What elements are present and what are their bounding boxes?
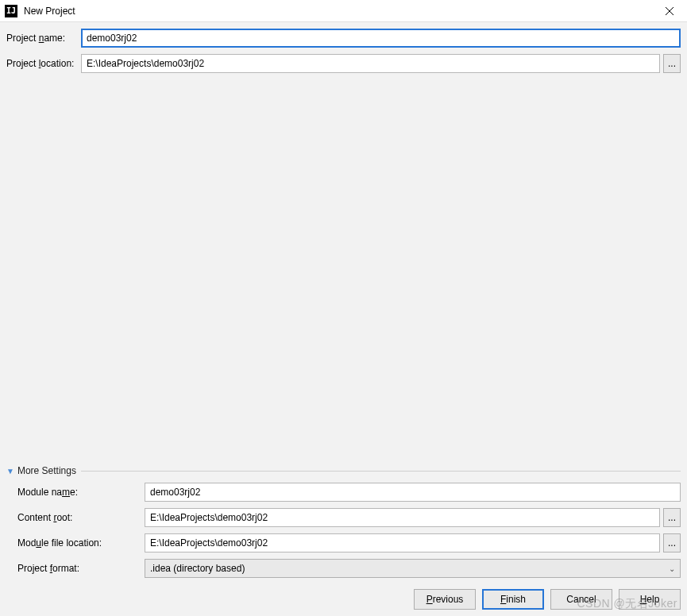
more-settings-form: Module name: Content root: ... Module fi…	[6, 483, 681, 578]
dialog-content: Project name: Project location: ... ▼ Mo…	[0, 22, 687, 616]
module-file-location-label: Module file location:	[17, 537, 145, 549]
close-icon	[666, 7, 673, 15]
spacer	[6, 73, 681, 465]
project-location-input[interactable]	[81, 54, 660, 73]
finish-button[interactable]: Finish	[482, 589, 544, 610]
window-title: New Project	[24, 6, 657, 17]
project-format-select[interactable]: .idea (directory based) ⌄	[145, 559, 681, 578]
module-name-input[interactable]	[145, 483, 681, 502]
divider	[81, 471, 681, 472]
cancel-button[interactable]: Cancel	[550, 589, 612, 610]
chevron-down-icon: ▼	[6, 467, 14, 475]
more-settings-toggle[interactable]: ▼ More Settings	[6, 465, 681, 476]
app-icon: IJ	[5, 5, 17, 17]
project-location-label: Project location:	[6, 58, 81, 69]
project-format-label: Project format:	[17, 563, 145, 574]
project-name-input[interactable]	[81, 29, 681, 48]
help-button[interactable]: Help	[619, 589, 681, 610]
module-file-location-browse-button[interactable]: ...	[663, 533, 681, 552]
titlebar: IJ New Project	[0, 0, 687, 22]
previous-button[interactable]: Previous	[414, 589, 476, 610]
content-root-input[interactable]	[145, 508, 660, 527]
module-name-label: Module name:	[17, 487, 145, 498]
project-format-value: .idea (directory based)	[150, 563, 245, 574]
project-name-label: Project name:	[6, 33, 81, 44]
content-root-label: Content root:	[17, 512, 145, 523]
project-form: Project name: Project location: ...	[6, 29, 681, 73]
project-location-browse-button[interactable]: ...	[663, 54, 681, 73]
module-file-location-input[interactable]	[145, 533, 660, 552]
content-root-browse-button[interactable]: ...	[663, 508, 681, 527]
button-bar: Previous Finish Cancel Help	[6, 589, 681, 610]
chevron-down-icon: ⌄	[669, 564, 675, 573]
close-button[interactable]	[657, 0, 682, 22]
more-settings-label: More Settings	[17, 465, 76, 476]
